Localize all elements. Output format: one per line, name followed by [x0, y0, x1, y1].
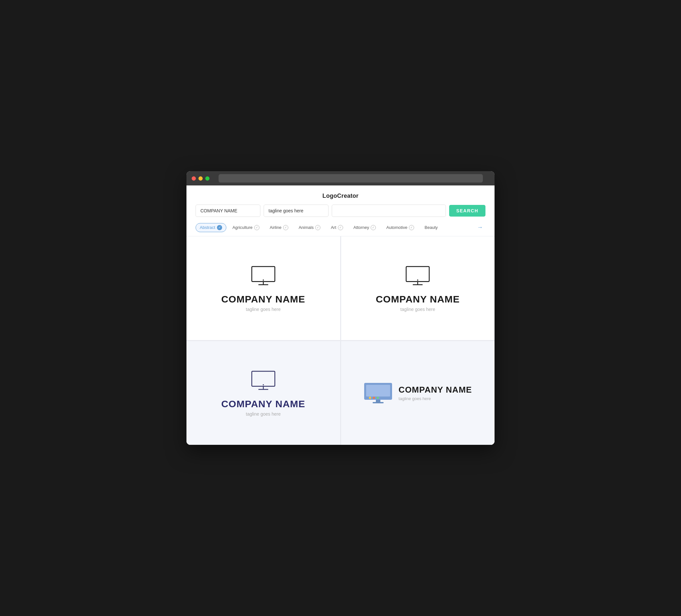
logo-text-group: COMPANY NAME tagline goes here — [399, 385, 472, 401]
search-button[interactable]: SEARCH — [449, 205, 485, 216]
check-icon: ✓ — [283, 225, 288, 230]
app-title: LogoCreator — [186, 185, 495, 205]
category-chip-abstract[interactable]: Abstract ✓ — [196, 223, 226, 232]
company-name: COMPANY NAME — [399, 385, 472, 395]
monitor-icon — [250, 369, 276, 393]
svg-point-16 — [377, 396, 379, 399]
address-bar[interactable] — [219, 174, 483, 182]
browser-window: LogoCreator SEARCH Abstract ✓ Agricultur… — [186, 171, 495, 445]
svg-rect-18 — [373, 402, 384, 403]
monitor-icon — [405, 264, 431, 288]
category-label: Animals — [299, 225, 313, 230]
category-label: Attorney — [353, 225, 369, 230]
category-chip-agriculture[interactable]: Agriculture ✓ — [228, 223, 263, 232]
category-chip-attorney[interactable]: Attorney ✓ — [349, 223, 380, 232]
logo-card-3[interactable]: COMPANY NAME tagline goes here — [186, 341, 340, 445]
company-name: COMPANY NAME — [221, 399, 305, 409]
maximize-button[interactable] — [205, 176, 209, 181]
tagline: tagline goes here — [399, 396, 472, 401]
tagline: tagline goes here — [246, 307, 280, 312]
category-bar: Abstract ✓ Agriculture ✓ Airline ✓ Anima… — [186, 223, 495, 236]
svg-rect-0 — [252, 266, 275, 281]
check-icon: ✓ — [254, 225, 259, 230]
svg-rect-13 — [366, 385, 390, 396]
svg-point-14 — [369, 396, 371, 399]
category-label: Airline — [270, 225, 281, 230]
next-categories-arrow[interactable]: → — [474, 223, 485, 232]
logo-grid: COMPANY NAME tagline goes here COMPANY N… — [186, 236, 495, 445]
category-chip-animals[interactable]: Animals ✓ — [295, 223, 325, 232]
check-icon: ✓ — [217, 225, 222, 230]
check-icon: ✓ — [371, 225, 376, 230]
check-icon: ✓ — [315, 225, 320, 230]
extra-input[interactable] — [332, 205, 446, 217]
category-chip-beauty[interactable]: Beauty — [420, 223, 442, 232]
monitor-icon — [250, 264, 276, 288]
svg-point-3 — [263, 280, 264, 281]
category-chip-airline[interactable]: Airline ✓ — [266, 223, 293, 232]
category-chip-art[interactable]: Art ✓ — [327, 223, 347, 232]
svg-point-15 — [373, 396, 375, 399]
colored-monitor-icon — [363, 380, 393, 406]
svg-rect-4 — [406, 266, 429, 281]
svg-point-7 — [417, 280, 418, 281]
category-label: Automotive — [386, 225, 407, 230]
svg-point-11 — [263, 384, 264, 385]
tagline-input[interactable] — [263, 205, 328, 217]
category-label: Agriculture — [232, 225, 253, 230]
close-button[interactable] — [192, 176, 196, 181]
category-label: Art — [331, 225, 336, 230]
company-name: COMPANY NAME — [221, 294, 305, 305]
minimize-button[interactable] — [199, 176, 203, 181]
check-icon: ✓ — [338, 225, 343, 230]
check-icon: ✓ — [409, 225, 414, 230]
logo-card-1[interactable]: COMPANY NAME tagline goes here — [186, 236, 340, 340]
logo-card-4[interactable]: COMPANY NAME tagline goes here — [341, 341, 495, 445]
category-label: Beauty — [425, 225, 437, 230]
company-name-input[interactable] — [196, 205, 260, 217]
category-label: Abstract — [200, 225, 215, 230]
svg-rect-8 — [252, 371, 275, 386]
tagline: tagline goes here — [401, 307, 435, 312]
company-name: COMPANY NAME — [376, 294, 460, 305]
category-chip-automotive[interactable]: Automotive ✓ — [382, 223, 418, 232]
search-bar: SEARCH — [186, 205, 495, 223]
browser-titlebar — [186, 171, 495, 185]
app-content: LogoCreator SEARCH Abstract ✓ Agricultur… — [186, 185, 495, 445]
svg-rect-17 — [376, 400, 380, 402]
logo-card-2[interactable]: COMPANY NAME tagline goes here — [341, 236, 495, 340]
tagline: tagline goes here — [246, 411, 280, 417]
